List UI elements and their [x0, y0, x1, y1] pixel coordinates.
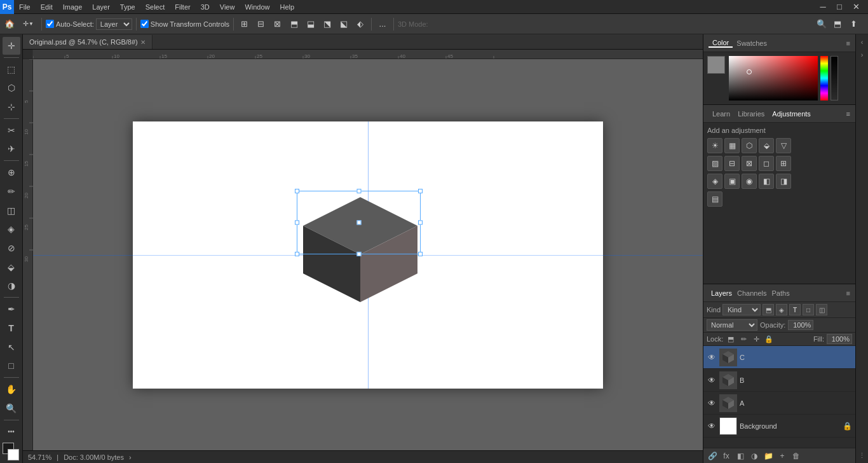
expand-panel-btn[interactable]: › — [857, 50, 867, 60]
filter-shape-btn[interactable]: □ — [803, 304, 814, 315]
canvas-content[interactable] — [33, 59, 703, 450]
lock-all-btn[interactable]: 🔒 — [764, 334, 774, 344]
lock-artboards-btn[interactable]: ✛ — [751, 334, 761, 344]
background-color[interactable] — [8, 449, 19, 460]
align-bottom-button[interactable]: ⬕ — [337, 17, 351, 31]
path-selection-btn[interactable]: ↖ — [3, 338, 20, 356]
eraser-tool-btn[interactable]: ⊘ — [3, 239, 20, 257]
layer-effects-btn[interactable]: fx — [721, 450, 732, 462]
zoom-tool-btn[interactable]: 🔍 — [3, 399, 20, 417]
menu-help[interactable]: Help — [275, 2, 300, 12]
history-brush-btn[interactable]: ◈ — [3, 220, 20, 238]
layer-bg-visibility[interactable]: 👁 — [707, 421, 717, 431]
threshold-btn[interactable]: ◧ — [759, 174, 774, 189]
close-button[interactable]: ✕ — [849, 0, 863, 14]
lock-position-btn[interactable]: ✏ — [738, 334, 749, 344]
fill-input[interactable] — [827, 334, 852, 344]
black-white-btn[interactable]: ⊠ — [742, 156, 757, 171]
hue-bar[interactable] — [820, 56, 828, 100]
shape-tool-btn[interactable]: □ — [3, 357, 20, 375]
lasso-tool-btn[interactable]: ⬡ — [3, 79, 20, 97]
align-v-button[interactable]: ⬖ — [353, 17, 367, 31]
adjustments-tab[interactable]: Adjustments — [768, 110, 815, 118]
layers-panel-menu[interactable]: ≡ — [846, 289, 850, 297]
layer-A[interactable]: 👁 A — [703, 392, 855, 415]
adj-panel-menu[interactable]: ≡ — [846, 110, 850, 118]
lock-pixels-btn[interactable]: ⬒ — [726, 334, 736, 344]
workspace-button[interactable]: ⬒ — [831, 17, 844, 31]
stamp-tool-btn[interactable]: ◫ — [3, 202, 20, 219]
gradient-tool-btn[interactable]: ⬙ — [3, 258, 20, 276]
auto-select-option[interactable]: Auto-Select: Layer Group — [46, 18, 132, 30]
alpha-bar[interactable] — [831, 56, 838, 100]
adjustment-layer-btn[interactable]: ◑ — [749, 450, 760, 462]
layer-kind-select[interactable]: Layer Group — [96, 18, 132, 30]
filter-pixel-btn[interactable]: ⬒ — [763, 304, 774, 315]
menu-3d[interactable]: 3D — [196, 2, 215, 12]
filter-adj-btn[interactable]: ◈ — [776, 304, 787, 315]
libraries-tab[interactable]: Libraries — [734, 110, 768, 118]
tab-close-button[interactable]: ✕ — [140, 39, 146, 46]
new-layer-btn[interactable]: + — [776, 450, 788, 462]
show-transform-option[interactable]: Show Transform Controls — [140, 20, 229, 28]
menu-window[interactable]: Window — [240, 2, 275, 12]
channel-mixer-btn[interactable]: ⊞ — [776, 156, 791, 171]
layers-options-btn[interactable]: ⋮ — [857, 450, 867, 460]
menu-select[interactable]: Select — [140, 2, 170, 12]
menu-filter[interactable]: Filter — [170, 2, 195, 12]
maximize-button[interactable]: □ — [832, 0, 846, 14]
color-gradient[interactable] — [729, 56, 818, 100]
kind-select[interactable]: Kind Name Effect Mode Attribute Color Sm… — [722, 304, 761, 315]
show-transform-checkbox[interactable] — [140, 20, 149, 28]
paths-tab[interactable]: Paths — [770, 289, 792, 297]
align-top-button[interactable]: ⬓ — [304, 17, 318, 31]
layer-A-visibility[interactable]: 👁 — [707, 398, 717, 408]
move-tool-toolbar[interactable]: ✛ ▼ — [19, 18, 37, 30]
vibrance-btn[interactable]: ▽ — [776, 138, 791, 153]
brush-tool-btn[interactable]: ✏ — [3, 183, 20, 200]
exposure-btn[interactable]: ⬙ — [759, 138, 774, 153]
align-left-button[interactable]: ⊞ — [238, 17, 252, 31]
channels-tab[interactable]: Channels — [735, 289, 769, 297]
hand-tool-btn[interactable]: ✋ — [3, 380, 20, 398]
menu-image[interactable]: Image — [58, 2, 88, 12]
align-h-button[interactable]: ⬒ — [287, 17, 301, 31]
quick-selection-tool-btn[interactable]: ⊹ — [3, 98, 20, 116]
minimize-button[interactable]: ─ — [816, 0, 830, 14]
filter-type-btn[interactable]: T — [789, 304, 801, 315]
move-tool-btn[interactable]: ✛ — [3, 37, 20, 55]
layer-background[interactable]: 👁 Background 🔒 — [703, 415, 855, 438]
layers-tab[interactable]: Layers — [709, 289, 735, 297]
search-button[interactable]: 🔍 — [815, 17, 829, 31]
layer-B-visibility[interactable]: 👁 — [707, 375, 717, 385]
share-button[interactable]: ⬆ — [846, 17, 860, 31]
link-layers-btn[interactable]: 🔗 — [707, 450, 718, 462]
menu-type[interactable]: Type — [115, 2, 140, 12]
menu-layer[interactable]: Layer — [87, 2, 115, 12]
crop-tool-btn[interactable]: ✂ — [3, 121, 20, 139]
eyedropper-tool-btn[interactable]: ✈ — [3, 141, 20, 158]
pen-tool-btn[interactable]: ✒ — [3, 300, 20, 318]
menu-edit[interactable]: Edit — [36, 2, 58, 12]
document-tab[interactable]: Original.psd @ 54.7% (C, RGB/8#) ✕ — [23, 35, 153, 49]
delete-layer-btn[interactable]: 🗑 — [790, 450, 802, 462]
align-mid-button[interactable]: ⬔ — [320, 17, 334, 31]
healing-tool-btn[interactable]: ⊕ — [3, 163, 20, 181]
layer-C-visibility[interactable]: 👁 — [707, 352, 717, 363]
color-preview[interactable] — [707, 56, 725, 74]
menu-view[interactable]: View — [215, 2, 240, 12]
layer-B[interactable]: 👁 B — [703, 369, 855, 392]
home-button[interactable]: 🏠 — [3, 17, 17, 31]
selective-color-btn[interactable]: ▤ — [707, 191, 722, 207]
learn-tab[interactable]: Learn — [709, 110, 734, 118]
collapse-panel-btn[interactable]: ‹ — [857, 37, 867, 47]
color-balance-btn[interactable]: ⊟ — [724, 156, 740, 171]
invert-btn[interactable]: ▣ — [724, 174, 740, 189]
blend-mode-select[interactable]: Normal Dissolve Multiply Screen Overlay — [707, 319, 757, 331]
levels-btn[interactable]: ▦ — [724, 138, 740, 153]
brightness-contrast-btn[interactable]: ☀ — [707, 138, 722, 153]
more-options-button[interactable]: ... — [376, 17, 390, 31]
align-center-button[interactable]: ⊟ — [254, 17, 268, 31]
filter-smart-btn[interactable]: ◫ — [816, 304, 827, 315]
new-group-btn[interactable]: 📁 — [763, 450, 774, 462]
